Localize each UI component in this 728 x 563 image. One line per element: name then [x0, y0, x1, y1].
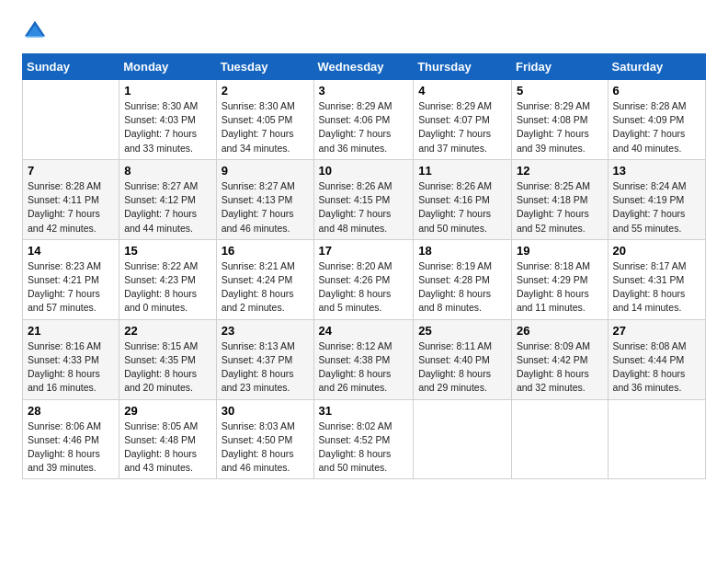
day-number: 7 [28, 164, 114, 178]
day-info: Sunrise: 8:29 AMSunset: 4:08 PMDaylight:… [517, 99, 603, 155]
calendar-cell [414, 399, 512, 479]
calendar-cell: 19Sunrise: 8:18 AMSunset: 4:29 PMDayligh… [511, 239, 608, 319]
calendar-cell: 10Sunrise: 8:26 AMSunset: 4:15 PMDayligh… [313, 159, 414, 239]
calendar-cell: 30Sunrise: 8:03 AMSunset: 4:50 PMDayligh… [216, 399, 313, 479]
day-number: 26 [517, 324, 603, 338]
day-info: Sunrise: 8:27 AMSunset: 4:13 PMDaylight:… [222, 179, 309, 236]
calendar-cell: 6Sunrise: 8:28 AMSunset: 4:09 PMDaylight… [608, 80, 705, 160]
day-info: Sunrise: 8:21 AMSunset: 4:24 PMDaylight:… [222, 259, 309, 316]
page-header [22, 18, 706, 44]
day-info: Sunrise: 8:19 AMSunset: 4:28 PMDaylight:… [418, 259, 506, 316]
day-number: 25 [418, 324, 506, 338]
day-info: Sunrise: 8:26 AMSunset: 4:16 PMDaylight:… [418, 179, 506, 236]
calendar-table: SundayMondayTuesdayWednesdayThursdayFrid… [22, 53, 706, 479]
day-number: 5 [517, 84, 603, 98]
day-number: 21 [28, 324, 114, 338]
calendar-cell: 15Sunrise: 8:22 AMSunset: 4:23 PMDayligh… [119, 239, 216, 319]
day-number: 8 [124, 164, 210, 178]
calendar-cell [608, 399, 705, 479]
day-info: Sunrise: 8:22 AMSunset: 4:23 PMDaylight:… [124, 259, 210, 316]
calendar-cell: 7Sunrise: 8:28 AMSunset: 4:11 PMDaylight… [23, 159, 119, 239]
day-info: Sunrise: 8:30 AMSunset: 4:03 PMDaylight:… [124, 99, 210, 155]
calendar-cell: 9Sunrise: 8:27 AMSunset: 4:13 PMDaylight… [216, 159, 313, 239]
calendar-cell: 28Sunrise: 8:06 AMSunset: 4:46 PMDayligh… [23, 399, 119, 479]
calendar-cell [23, 80, 119, 160]
day-info: Sunrise: 8:15 AMSunset: 4:35 PMDaylight:… [124, 339, 210, 396]
logo-icon [22, 18, 48, 44]
day-number: 28 [28, 404, 114, 418]
day-info: Sunrise: 8:05 AMSunset: 4:48 PMDaylight:… [124, 419, 210, 476]
calendar-cell: 8Sunrise: 8:27 AMSunset: 4:12 PMDaylight… [119, 159, 216, 239]
day-header-thursday: Thursday [414, 54, 512, 80]
day-number: 13 [613, 164, 700, 178]
day-number: 1 [124, 84, 210, 98]
day-info: Sunrise: 8:12 AMSunset: 4:38 PMDaylight:… [319, 339, 409, 396]
day-number: 22 [124, 324, 210, 338]
calendar-cell: 12Sunrise: 8:25 AMSunset: 4:18 PMDayligh… [511, 159, 608, 239]
day-number: 10 [319, 164, 409, 178]
day-number: 15 [124, 244, 210, 258]
day-number: 30 [222, 404, 309, 418]
day-info: Sunrise: 8:27 AMSunset: 4:12 PMDaylight:… [124, 179, 210, 236]
calendar-cell [511, 399, 608, 479]
calendar-cell: 23Sunrise: 8:13 AMSunset: 4:37 PMDayligh… [216, 319, 313, 399]
calendar-cell: 29Sunrise: 8:05 AMSunset: 4:48 PMDayligh… [119, 399, 216, 479]
calendar-cell: 3Sunrise: 8:29 AMSunset: 4:06 PMDaylight… [313, 80, 414, 160]
day-info: Sunrise: 8:24 AMSunset: 4:19 PMDaylight:… [613, 179, 700, 236]
day-info: Sunrise: 8:28 AMSunset: 4:09 PMDaylight:… [613, 99, 700, 155]
day-number: 23 [222, 324, 309, 338]
calendar-cell: 21Sunrise: 8:16 AMSunset: 4:33 PMDayligh… [23, 319, 119, 399]
logo [22, 18, 51, 44]
day-info: Sunrise: 8:03 AMSunset: 4:50 PMDaylight:… [222, 419, 309, 476]
day-number: 17 [319, 244, 409, 258]
calendar-cell: 24Sunrise: 8:12 AMSunset: 4:38 PMDayligh… [313, 319, 414, 399]
day-number: 27 [613, 324, 700, 338]
calendar-cell: 1Sunrise: 8:30 AMSunset: 4:03 PMDaylight… [119, 80, 216, 160]
calendar-cell: 13Sunrise: 8:24 AMSunset: 4:19 PMDayligh… [608, 159, 705, 239]
day-info: Sunrise: 8:09 AMSunset: 4:42 PMDaylight:… [517, 339, 603, 396]
calendar-cell: 5Sunrise: 8:29 AMSunset: 4:08 PMDaylight… [511, 80, 608, 160]
calendar-week-row: 21Sunrise: 8:16 AMSunset: 4:33 PMDayligh… [23, 319, 706, 399]
day-info: Sunrise: 8:25 AMSunset: 4:18 PMDaylight:… [517, 179, 603, 236]
day-info: Sunrise: 8:28 AMSunset: 4:11 PMDaylight:… [28, 179, 114, 236]
day-number: 11 [418, 164, 506, 178]
day-header-sunday: Sunday [23, 54, 119, 80]
day-header-wednesday: Wednesday [313, 54, 414, 80]
day-number: 16 [222, 244, 309, 258]
day-number: 9 [222, 164, 309, 178]
day-number: 6 [613, 84, 700, 98]
calendar-cell: 31Sunrise: 8:02 AMSunset: 4:52 PMDayligh… [313, 399, 414, 479]
calendar-cell: 22Sunrise: 8:15 AMSunset: 4:35 PMDayligh… [119, 319, 216, 399]
day-info: Sunrise: 8:08 AMSunset: 4:44 PMDaylight:… [613, 339, 700, 396]
day-header-saturday: Saturday [608, 54, 705, 80]
day-number: 14 [28, 244, 114, 258]
day-number: 4 [418, 84, 506, 98]
calendar-cell: 20Sunrise: 8:17 AMSunset: 4:31 PMDayligh… [608, 239, 705, 319]
calendar-cell: 2Sunrise: 8:30 AMSunset: 4:05 PMDaylight… [216, 80, 313, 160]
day-number: 18 [418, 244, 506, 258]
calendar-cell: 14Sunrise: 8:23 AMSunset: 4:21 PMDayligh… [23, 239, 119, 319]
calendar-week-row: 28Sunrise: 8:06 AMSunset: 4:46 PMDayligh… [23, 399, 706, 479]
day-info: Sunrise: 8:18 AMSunset: 4:29 PMDaylight:… [517, 259, 603, 316]
calendar-week-row: 7Sunrise: 8:28 AMSunset: 4:11 PMDaylight… [23, 159, 706, 239]
calendar-cell: 4Sunrise: 8:29 AMSunset: 4:07 PMDaylight… [414, 80, 512, 160]
day-header-friday: Friday [511, 54, 608, 80]
calendar-cell: 26Sunrise: 8:09 AMSunset: 4:42 PMDayligh… [511, 319, 608, 399]
day-info: Sunrise: 8:29 AMSunset: 4:07 PMDaylight:… [418, 99, 506, 155]
day-number: 20 [613, 244, 700, 258]
calendar-cell: 27Sunrise: 8:08 AMSunset: 4:44 PMDayligh… [608, 319, 705, 399]
day-info: Sunrise: 8:23 AMSunset: 4:21 PMDaylight:… [28, 259, 114, 316]
calendar-week-row: 1Sunrise: 8:30 AMSunset: 4:03 PMDaylight… [23, 80, 706, 160]
day-number: 31 [319, 404, 409, 418]
day-number: 3 [319, 84, 409, 98]
day-number: 19 [517, 244, 603, 258]
day-info: Sunrise: 8:26 AMSunset: 4:15 PMDaylight:… [319, 179, 409, 236]
day-info: Sunrise: 8:13 AMSunset: 4:37 PMDaylight:… [222, 339, 309, 396]
day-header-tuesday: Tuesday [216, 54, 313, 80]
calendar-cell: 18Sunrise: 8:19 AMSunset: 4:28 PMDayligh… [414, 239, 512, 319]
calendar-cell: 25Sunrise: 8:11 AMSunset: 4:40 PMDayligh… [414, 319, 512, 399]
calendar-week-row: 14Sunrise: 8:23 AMSunset: 4:21 PMDayligh… [23, 239, 706, 319]
day-info: Sunrise: 8:17 AMSunset: 4:31 PMDaylight:… [613, 259, 700, 316]
day-number: 24 [319, 324, 409, 338]
day-number: 29 [124, 404, 210, 418]
